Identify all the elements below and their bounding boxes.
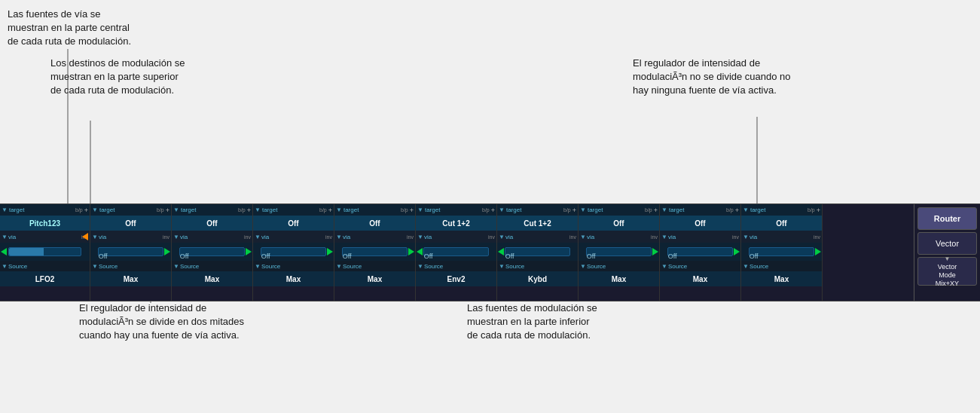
slot9-target[interactable]: Off <box>660 216 740 231</box>
slot2-tri <box>164 248 170 255</box>
right-panel: Router Vector ▼ VectorMode Mix+XY <box>914 204 980 301</box>
slot10-target[interactable]: Off <box>741 216 822 231</box>
slot7-tri-left <box>498 248 504 255</box>
mod-slot-4: ▼ target b/p + Off ▼ via inv Off ▼ Sourc… <box>253 204 334 301</box>
slot7-source[interactable]: Kybd <box>497 271 578 286</box>
slot7-target[interactable]: Cut 1+2 <box>497 216 578 231</box>
mod-slot-10: ▼ target b/p + Off ▼ via inv Off ▼ Sourc… <box>741 204 823 301</box>
slot1-top-bar: ▼ target b/p + <box>0 204 90 216</box>
annotation-4: El regulador de intensidad de modulaciÃ³… <box>79 301 244 343</box>
vector-button[interactable]: Vector <box>917 232 977 255</box>
slot10-source[interactable]: Max <box>741 271 822 286</box>
annotation-3: El regulador de intensidad de modulaciÃ³… <box>633 57 791 98</box>
vector-mode-button[interactable]: ▼ VectorMode Mix+XY <box>917 257 977 286</box>
slot3-target[interactable]: Off <box>172 216 252 231</box>
slot2-intensity[interactable]: Off <box>90 243 171 261</box>
panel-spacer <box>823 204 914 301</box>
mod-slot-3: ▼ target b/p + Off ▼ via inv Off ▼ Sourc… <box>172 204 253 301</box>
slot1-tri-left <box>1 248 7 255</box>
slot3-source[interactable]: Max <box>172 271 252 286</box>
via-indicator <box>82 233 88 240</box>
slot1-intensity[interactable] <box>0 243 90 261</box>
slot6-target[interactable]: Cut 1+2 <box>416 216 496 231</box>
slot1-target[interactable]: Pitch123 <box>0 216 90 231</box>
slot1-via-row: ▼ via inv <box>0 231 90 243</box>
slot5-target[interactable]: Off <box>334 216 415 231</box>
slot4-source[interactable]: Max <box>253 271 334 286</box>
slot1-source-name[interactable]: LFO2 <box>0 271 90 286</box>
annotation-2: Los destinos de modulación se muestran e… <box>50 57 185 98</box>
slot6-source[interactable]: Env2 <box>416 271 496 286</box>
slot8-target[interactable]: Off <box>579 216 659 231</box>
slot9-source[interactable]: Max <box>660 271 740 286</box>
slot1-intensity-bar[interactable] <box>8 247 82 256</box>
slot2-source-label: ▼ Source <box>90 261 171 271</box>
mod-slot-9: ▼ target b/p + Off ▼ via inv Off ▼ Sourc… <box>660 204 741 301</box>
mod-slot-6: ▼ target b/p + Cut 1+2 ▼ via inv Off ▼ S… <box>416 204 497 301</box>
slot8-source[interactable]: Max <box>579 271 659 286</box>
slot2-target[interactable]: Off <box>90 216 171 231</box>
slot2-top-bar: ▼ target b/p + <box>90 204 171 216</box>
slot2-source-name[interactable]: Max <box>90 271 171 286</box>
slot2-intensity-bar[interactable]: Off <box>98 247 164 256</box>
slot2-via-row: ▼ via inv <box>90 231 171 243</box>
slot4-target[interactable]: Off <box>253 216 334 231</box>
mod-slot-5: ▼ target b/p + Off ▼ via inv Off ▼ Sourc… <box>334 204 416 301</box>
mod-slot-1: ▼ target b/p + Pitch123 ▼ via inv ▼ Sou <box>0 204 90 301</box>
slot6-tri-left <box>417 248 423 255</box>
mod-slot-7: ▼ target b/p + Cut 1+2 ▼ via inv Off ▼ S… <box>497 204 579 301</box>
router-button[interactable]: Router <box>917 207 977 230</box>
router-panel: ▼ target b/p + Pitch123 ▼ via inv ▼ Sou <box>0 203 980 301</box>
slot5-source[interactable]: Max <box>334 271 415 286</box>
annotation-5: Las fuentes de modulación se muestran en… <box>467 301 597 343</box>
slot1-source-label: ▼ Source <box>0 261 90 271</box>
mod-slot-2: ▼ target b/p + Off ▼ via inv Off ▼ Sourc… <box>90 204 172 301</box>
mod-slot-8: ▼ target b/p + Off ▼ via inv Off ▼ Sourc… <box>579 204 660 301</box>
annotation-1: Las fuentes de vía se muestran en la par… <box>8 8 131 49</box>
